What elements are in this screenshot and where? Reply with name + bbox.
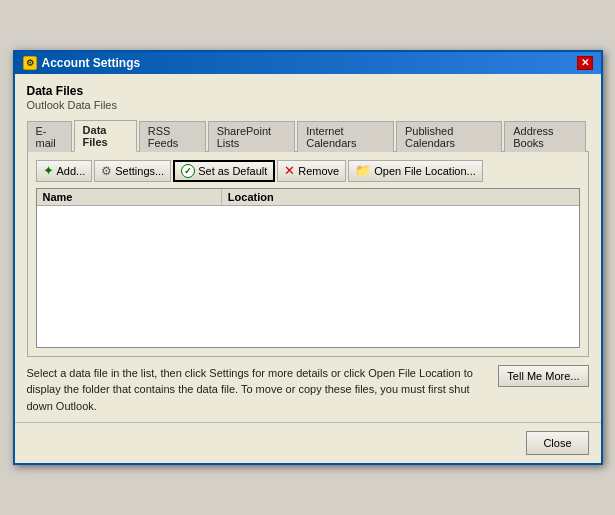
tab-content: ✦ Add... ⚙ Settings... Set as Default ✕ … [27, 152, 589, 357]
help-section: Select a data file in the list, then cli… [27, 365, 589, 415]
title-bar-left: ⚙ Account Settings [23, 56, 141, 70]
tab-address-books[interactable]: Address Books [504, 121, 586, 152]
add-label: Add... [57, 165, 86, 177]
dialog-footer: Close [15, 422, 601, 463]
title-bar: ⚙ Account Settings ✕ [15, 52, 601, 74]
tab-published-calendars[interactable]: Published Calendars [396, 121, 502, 152]
add-button[interactable]: ✦ Add... [36, 160, 93, 182]
remove-icon: ✕ [284, 163, 295, 178]
dialog-icon: ⚙ [23, 56, 37, 70]
open-location-label: Open File Location... [374, 165, 476, 177]
tab-sharepoint-lists[interactable]: SharePoint Lists [208, 121, 296, 152]
tell-me-more-button[interactable]: Tell Me More... [498, 365, 588, 387]
tab-data-files[interactable]: Data Files [74, 120, 137, 152]
default-check-icon [181, 164, 195, 178]
open-location-button[interactable]: 📁 Open File Location... [348, 160, 483, 182]
account-settings-dialog: ⚙ Account Settings ✕ Data Files Outlook … [13, 50, 603, 466]
section-subtitle: Outlook Data Files [27, 99, 589, 111]
close-button[interactable]: Close [526, 431, 588, 455]
tab-email[interactable]: E-mail [27, 121, 72, 152]
dialog-body: Data Files Outlook Data Files E-mail Dat… [15, 74, 601, 423]
set-default-button[interactable]: Set as Default [173, 160, 275, 182]
close-icon[interactable]: ✕ [577, 56, 593, 70]
tab-rss-feeds[interactable]: RSS Feeds [139, 121, 206, 152]
col-name: Name [37, 189, 222, 205]
file-list[interactable]: Name Location [36, 188, 580, 348]
section-title: Data Files [27, 84, 589, 98]
remove-button[interactable]: ✕ Remove [277, 160, 346, 182]
col-location: Location [222, 189, 579, 205]
dialog-title: Account Settings [42, 56, 141, 70]
folder-icon: 📁 [355, 163, 371, 178]
settings-icon: ⚙ [101, 164, 112, 178]
toolbar: ✦ Add... ⚙ Settings... Set as Default ✕ … [36, 160, 580, 182]
file-list-header: Name Location [37, 189, 579, 206]
set-default-label: Set as Default [198, 165, 267, 177]
settings-button[interactable]: ⚙ Settings... [94, 160, 171, 182]
tab-internet-calendars[interactable]: Internet Calendars [297, 121, 394, 152]
tabs-container: E-mail Data Files RSS Feeds SharePoint L… [27, 119, 589, 152]
remove-label: Remove [298, 165, 339, 177]
settings-label: Settings... [115, 165, 164, 177]
help-text: Select a data file in the list, then cli… [27, 365, 489, 415]
add-icon: ✦ [43, 163, 54, 178]
file-list-body [37, 206, 579, 347]
